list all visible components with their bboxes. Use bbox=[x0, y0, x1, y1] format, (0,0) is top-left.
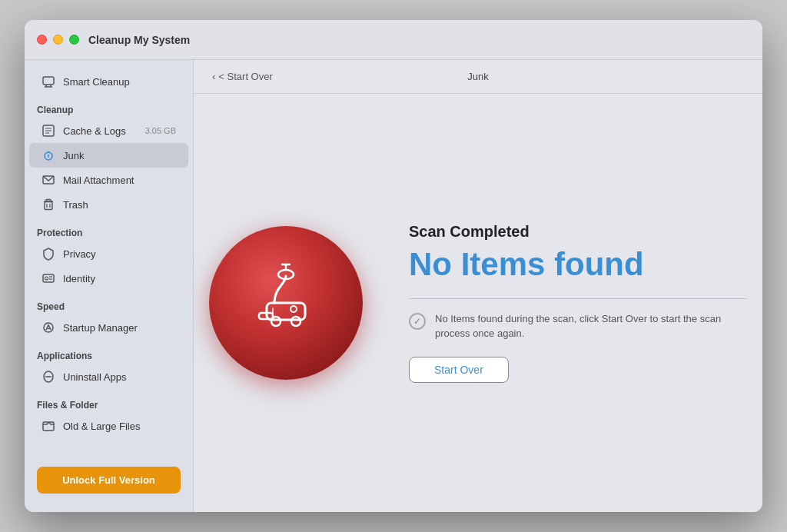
sidebar-item-mail-attachment[interactable]: Mail Attachment bbox=[29, 168, 188, 192]
vacuum-svg bbox=[244, 261, 328, 345]
maximize-button[interactable] bbox=[69, 35, 79, 45]
sidebar-item-smart-cleanup[interactable]: Smart Cleanup bbox=[29, 69, 188, 94]
mail-attachment-icon bbox=[42, 173, 55, 187]
scan-completed-label: Scan Completed bbox=[409, 223, 747, 241]
privacy-icon bbox=[42, 247, 55, 261]
startup-manager-icon bbox=[42, 321, 55, 334]
identity-icon bbox=[42, 271, 55, 285]
section-header-protection: Protection bbox=[25, 220, 193, 241]
minimize-button[interactable] bbox=[53, 35, 63, 45]
sidebar-item-cache-logs[interactable]: Cache & Logs 3.05 GB bbox=[29, 118, 188, 143]
app-title: Cleanup My System bbox=[88, 34, 190, 46]
mail-attachment-label: Mail Attachment bbox=[63, 175, 134, 186]
section-header-applications: Applications bbox=[25, 343, 193, 364]
result-panel: Scan Completed No Items found No Items f… bbox=[209, 223, 747, 382]
svg-rect-21 bbox=[43, 422, 54, 431]
content-area: ‹ < Start Over Junk bbox=[194, 60, 762, 512]
start-over-button[interactable]: Start Over bbox=[409, 357, 509, 383]
cache-logs-badge: 3.05 GB bbox=[145, 126, 176, 135]
junk-label: Junk bbox=[63, 150, 84, 161]
sidebar-item-uninstall-apps[interactable]: Uninstall Apps bbox=[29, 364, 188, 389]
divider bbox=[409, 298, 747, 299]
result-description: No Items found during the scan, click St… bbox=[435, 311, 747, 341]
section-header-cleanup: Cleanup bbox=[25, 97, 193, 118]
smart-cleanup-label: Smart Cleanup bbox=[63, 76, 130, 88]
unlock-full-version-button[interactable]: Unlock Full Version bbox=[37, 467, 181, 494]
close-button[interactable] bbox=[37, 35, 47, 45]
svg-rect-11 bbox=[45, 202, 52, 210]
main-content: Smart Cleanup Cleanup Cache & Logs 3.05 … bbox=[25, 60, 762, 512]
check-circle-icon bbox=[409, 313, 426, 330]
page-title: Junk bbox=[467, 71, 488, 82]
back-label: < Start Over bbox=[218, 71, 272, 82]
content-header: ‹ < Start Over Junk bbox=[194, 60, 762, 94]
trash-label: Trash bbox=[63, 199, 88, 211]
back-button[interactable]: ‹ < Start Over bbox=[212, 71, 273, 82]
sidebar-item-old-large-files[interactable]: Old & Large Files bbox=[29, 414, 188, 438]
smart-cleanup-icon bbox=[42, 75, 55, 88]
app-window: Cleanup My System Smart Cleanup Cleanup bbox=[25, 20, 762, 512]
sidebar-item-startup-manager[interactable]: Startup Manager bbox=[29, 315, 188, 340]
result-info: No Items found during the scan, click St… bbox=[409, 311, 747, 341]
titlebar: Cleanup My System bbox=[25, 20, 762, 60]
back-chevron-icon: ‹ bbox=[212, 71, 215, 82]
old-large-files-label: Old & Large Files bbox=[63, 421, 140, 432]
svg-rect-0 bbox=[43, 77, 54, 85]
traffic-lights bbox=[37, 35, 79, 45]
section-header-files-folder: Files & Folder bbox=[25, 392, 193, 414]
sidebar-item-privacy[interactable]: Privacy bbox=[29, 241, 188, 266]
cache-logs-label: Cache & Logs bbox=[63, 125, 126, 137]
junk-icon bbox=[42, 148, 55, 162]
identity-label: Identity bbox=[63, 273, 95, 284]
uninstall-apps-icon bbox=[42, 370, 55, 384]
old-large-files-icon bbox=[42, 419, 55, 433]
result-text: Scan Completed No Items found No Items f… bbox=[409, 223, 747, 382]
sidebar-item-identity[interactable]: Identity bbox=[29, 266, 188, 291]
cache-logs-icon bbox=[42, 124, 55, 138]
svg-point-15 bbox=[45, 277, 48, 280]
startup-manager-label: Startup Manager bbox=[63, 322, 138, 334]
vacuum-illustration bbox=[209, 226, 363, 380]
sidebar-item-junk[interactable]: Junk bbox=[29, 143, 188, 168]
privacy-label: Privacy bbox=[63, 248, 96, 260]
sidebar: Smart Cleanup Cleanup Cache & Logs 3.05 … bbox=[25, 60, 194, 512]
no-items-label: No Items found bbox=[409, 247, 747, 282]
trash-icon bbox=[42, 198, 55, 211]
uninstall-apps-label: Uninstall Apps bbox=[63, 371, 126, 383]
content-header-wrapper: ‹ < Start Over Junk bbox=[212, 71, 744, 82]
section-header-speed: Speed bbox=[25, 294, 193, 315]
sidebar-item-trash[interactable]: Trash bbox=[29, 192, 188, 217]
content-body: Scan Completed No Items found No Items f… bbox=[194, 94, 762, 512]
svg-point-29 bbox=[291, 306, 297, 312]
svg-point-25 bbox=[291, 317, 301, 326]
